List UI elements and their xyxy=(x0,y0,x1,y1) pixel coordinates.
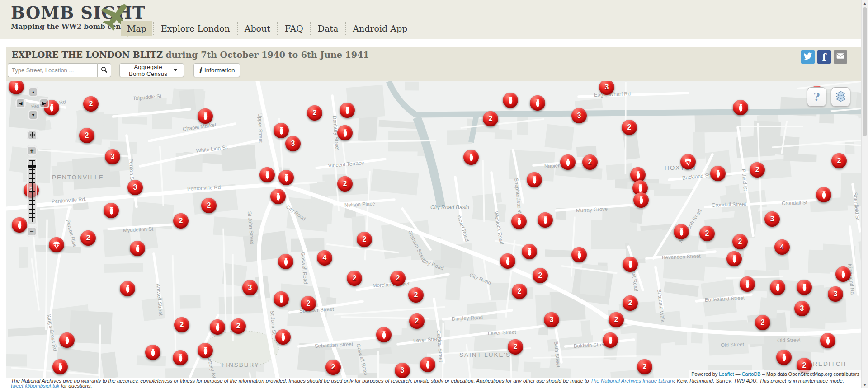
pan-down-button[interactable]: ▼ xyxy=(28,110,38,120)
nav-item-faq[interactable]: FAQ xyxy=(279,21,309,36)
bomb-marker[interactable] xyxy=(603,332,618,348)
bomb-marker[interactable] xyxy=(52,359,68,374)
bomb-cluster-marker[interactable]: 3 xyxy=(764,211,780,227)
parachute-mine-marker[interactable] xyxy=(680,154,696,169)
bomb-marker[interactable] xyxy=(674,224,689,239)
bomb-cluster-marker[interactable]: 2 xyxy=(582,154,598,170)
information-button[interactable]: i Information xyxy=(193,63,240,77)
bomb-marker[interactable] xyxy=(623,257,638,272)
bomb-marker[interactable] xyxy=(376,327,392,342)
national-archives-link[interactable]: The National Archives Image Library xyxy=(590,378,674,383)
bomb-cluster-marker[interactable]: 2 xyxy=(699,226,715,241)
bomb-cluster-marker[interactable]: 2 xyxy=(512,284,527,299)
nav-item-android-app[interactable]: Android App xyxy=(347,21,413,36)
bomb-cluster-marker[interactable]: 2 xyxy=(609,312,624,327)
scroll-up-arrow[interactable]: ▲ xyxy=(862,0,868,6)
bomb-marker[interactable] xyxy=(198,343,213,358)
bomb-marker[interactable] xyxy=(210,319,225,335)
pan-right-button[interactable]: ▶ xyxy=(39,98,49,108)
bomb-marker[interactable] xyxy=(130,241,145,256)
pan-left-button[interactable]: ◀ xyxy=(15,98,26,108)
bomb-cluster-marker[interactable]: 2 xyxy=(326,360,341,375)
bomb-cluster-marker[interactable]: 2 xyxy=(508,339,523,355)
bomb-cluster-marker[interactable]: 2 xyxy=(347,271,362,286)
bomb-marker[interactable] xyxy=(710,166,726,181)
layers-button[interactable] xyxy=(831,87,850,107)
zoom-slider[interactable] xyxy=(27,158,37,224)
bomb-cluster-marker[interactable]: 2 xyxy=(231,318,246,334)
bomb-cluster-marker[interactable]: 3 xyxy=(285,136,301,151)
bomb-marker[interactable] xyxy=(633,192,649,208)
bomb-cluster-marker[interactable]: 2 xyxy=(623,295,638,311)
bomb-cluster-marker[interactable]: 2 xyxy=(622,120,637,135)
bomb-marker[interactable] xyxy=(530,95,545,111)
bomb-marker[interactable] xyxy=(340,103,355,118)
map-canvas[interactable]: Pentonville Rd.Pentonville RdWhite Lion … xyxy=(6,81,862,378)
bomb-marker[interactable] xyxy=(337,125,353,140)
bomb-marker[interactable] xyxy=(511,214,527,229)
bomb-cluster-marker[interactable]: 2 xyxy=(83,96,99,112)
bomb-cluster-marker[interactable]: 2 xyxy=(755,315,770,330)
bomb-marker[interactable] xyxy=(270,189,286,204)
bomb-marker[interactable] xyxy=(145,345,160,360)
pan-up-button[interactable]: ▲ xyxy=(28,87,38,97)
bomb-cluster-marker[interactable]: 2 xyxy=(831,153,847,168)
bomb-marker[interactable] xyxy=(835,266,851,282)
bomb-cluster-marker[interactable]: 3 xyxy=(544,312,559,327)
bomb-cluster-marker[interactable]: 2 xyxy=(337,176,353,192)
bomb-marker[interactable] xyxy=(12,217,27,233)
bomb-marker[interactable] xyxy=(274,123,289,138)
bomb-marker[interactable] xyxy=(770,280,785,295)
bomb-cluster-marker[interactable]: 2 xyxy=(301,296,316,311)
bomb-cluster-marker[interactable]: 3 xyxy=(794,301,810,316)
bomb-cluster-marker[interactable]: 2 xyxy=(409,313,425,329)
bomb-cluster-marker[interactable]: 2 xyxy=(357,232,372,247)
bomb-marker[interactable] xyxy=(198,108,213,124)
bomb-cluster-marker[interactable]: 3 xyxy=(127,180,143,195)
bomb-marker[interactable] xyxy=(420,357,435,372)
cartodb-link[interactable]: CartoDB xyxy=(742,371,761,377)
nav-item-about[interactable]: About xyxy=(239,21,276,36)
bomb-cluster-marker[interactable]: 2 xyxy=(637,359,652,374)
parachute-mine-marker[interactable] xyxy=(49,237,64,252)
bomb-marker[interactable] xyxy=(726,251,742,266)
bomb-marker[interactable] xyxy=(259,167,275,182)
scrollbar-thumb[interactable] xyxy=(863,7,867,136)
bomb-cluster-marker[interactable]: 3 xyxy=(242,280,258,295)
zoom-out-button[interactable]: − xyxy=(27,226,37,237)
bomb-marker[interactable] xyxy=(59,332,75,348)
nav-item-map[interactable]: Map xyxy=(121,21,152,36)
recenter-button[interactable] xyxy=(27,130,38,140)
bomb-marker[interactable] xyxy=(173,350,188,365)
search-button[interactable] xyxy=(97,63,111,77)
zoom-in-button[interactable]: + xyxy=(27,145,37,156)
bomb-cluster-marker[interactable]: 2 xyxy=(533,268,548,283)
bomb-cluster-marker[interactable]: 2 xyxy=(307,105,322,121)
bomb-cluster-marker[interactable]: 3 xyxy=(105,149,120,164)
bomb-marker[interactable] xyxy=(463,150,479,165)
bomb-cluster-marker[interactable]: 4 xyxy=(774,239,790,255)
bomb-cluster-marker[interactable]: 3 xyxy=(395,363,410,378)
bomb-marker[interactable] xyxy=(503,93,518,108)
bomb-marker[interactable] xyxy=(733,100,748,115)
zoom-slider-handle[interactable] xyxy=(28,165,36,168)
email-share-button[interactable] xyxy=(834,50,847,64)
bomb-cluster-marker[interactable]: 2 xyxy=(750,162,765,178)
bomb-marker[interactable] xyxy=(278,170,294,185)
twitter-share-button[interactable] xyxy=(801,50,815,64)
bomb-cluster-marker[interactable]: 2 xyxy=(201,198,217,213)
bomb-marker[interactable] xyxy=(120,281,135,296)
bomb-marker[interactable] xyxy=(522,244,537,259)
bomb-marker[interactable] xyxy=(560,154,576,170)
scroll-down-arrow[interactable]: ▼ xyxy=(862,382,868,388)
bomb-cluster-marker[interactable]: 2 xyxy=(173,213,189,229)
bombsightuk-tweet-link[interactable]: tweet @bombsightuk xyxy=(11,383,60,388)
bomb-cluster-marker[interactable]: 2 xyxy=(390,271,406,286)
bomb-cluster-marker[interactable]: 3 xyxy=(828,286,843,302)
bomb-cluster-marker[interactable]: 2 xyxy=(732,234,748,249)
bomb-cluster-marker[interactable]: 2 xyxy=(483,111,498,126)
bomb-cluster-marker[interactable]: 2 xyxy=(80,230,96,246)
bomb-cluster-marker[interactable]: 2 xyxy=(174,317,189,332)
bomb-marker[interactable] xyxy=(104,203,119,218)
bomb-marker[interactable] xyxy=(527,172,542,187)
